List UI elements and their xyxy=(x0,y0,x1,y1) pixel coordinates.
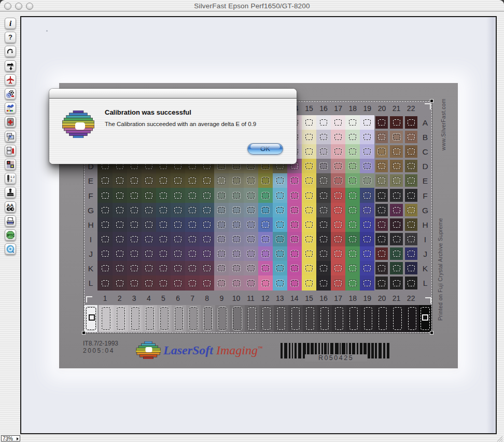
svg-text:1: 1 xyxy=(7,137,9,141)
svg-text:IPTC: IPTC xyxy=(7,233,15,237)
svg-text:1 2: 1 2 xyxy=(10,175,15,178)
svg-text:3: 3 xyxy=(10,179,12,182)
svg-text:AA: AA xyxy=(7,202,14,208)
